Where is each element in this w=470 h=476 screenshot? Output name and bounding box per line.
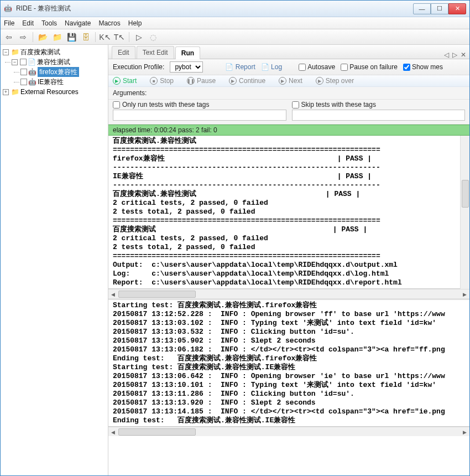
menu-macros[interactable]: Macros xyxy=(98,19,120,27)
menu-edit[interactable]: Edit xyxy=(22,19,34,27)
run-icon[interactable]: ▷ xyxy=(134,32,144,42)
exec-profile-label: Execution Profile: xyxy=(113,63,164,71)
window-title: RIDE - 兼容性测试 xyxy=(16,4,413,13)
menu-tools[interactable]: Tools xyxy=(41,19,57,27)
pause-on-failure-checkbox[interactable]: Pause on failure xyxy=(341,63,398,71)
tree-test-ie[interactable]: 🤖 IE兼容性 xyxy=(20,77,106,87)
tab-text-edit[interactable]: Text Edit xyxy=(137,46,174,59)
collapse-icon[interactable]: − xyxy=(12,59,18,65)
menu-file[interactable]: File xyxy=(4,19,14,27)
tab-close-icon[interactable]: ✕ xyxy=(461,51,466,59)
toolbar: ⇦ ⇨ 📂 📁 💾 🗄 K↖ T↖ ▷ ◌ xyxy=(1,29,469,45)
skip-tags-checkbox[interactable]: Skip tests with these tags xyxy=(292,101,466,108)
arguments-label: Arguments: xyxy=(108,87,469,100)
test-tree[interactable]: − 📁 百度搜索测试 − 📄 兼容性测试 xyxy=(1,45,108,475)
tab-prev-icon[interactable]: ◁ xyxy=(444,51,449,59)
keyword-search-icon[interactable]: K↖ xyxy=(100,32,110,42)
robot-icon: 🤖 xyxy=(28,77,36,87)
scroll-right-icon[interactable]: ▶ xyxy=(460,289,469,299)
tab-edit[interactable]: Edit xyxy=(112,46,135,59)
play-icon: ▶ xyxy=(113,77,121,85)
output-text: 百度搜索测试.兼容性测试============================… xyxy=(113,137,465,287)
next-icon: ▶ xyxy=(279,77,286,85)
message-log-text: Starting test: 百度搜索测试.兼容性测试.firefox兼容性20… xyxy=(113,301,465,425)
tree-root-suite[interactable]: − 📁 百度搜索测试 xyxy=(3,47,106,57)
scroll-right-icon[interactable]: ▶ xyxy=(460,427,469,437)
log-icon: 📄 xyxy=(261,63,269,71)
stop-icon: ■ xyxy=(150,77,158,85)
only-tags-input[interactable] xyxy=(113,110,286,121)
menubar: File Edit Tools Navigate Macros Help xyxy=(1,17,469,29)
test-checkbox[interactable] xyxy=(20,79,27,85)
only-tags-checkbox[interactable]: Only run tests with these tags xyxy=(113,101,286,108)
debug-icon[interactable]: ◌ xyxy=(148,32,158,42)
test-search-icon[interactable]: T↖ xyxy=(114,32,124,42)
horizontal-scrollbar[interactable]: ◀ ▶ xyxy=(108,289,469,298)
close-button[interactable]: ✕ xyxy=(448,3,466,14)
run-options-bar: Execution Profile: pybot 📄 Report 📄 Log … xyxy=(108,59,469,75)
report-button[interactable]: 📄 Report xyxy=(225,63,255,71)
stop-button[interactable]: ■Stop xyxy=(150,77,174,85)
message-log-panel[interactable]: Starting test: 百度搜索测试.兼容性测试.firefox兼容性20… xyxy=(108,300,469,427)
exec-profile-select[interactable]: pybot xyxy=(170,61,203,73)
back-icon[interactable]: ⇦ xyxy=(4,32,14,42)
autosave-checkbox[interactable]: Autosave xyxy=(299,63,335,71)
start-button[interactable]: ▶Start xyxy=(113,77,137,85)
tree-suite[interactable]: − 📄 兼容性测试 xyxy=(12,57,106,67)
open-icon[interactable]: 📂 xyxy=(38,32,48,42)
tree-test-firefox[interactable]: 🤖 firefox兼容性 xyxy=(20,67,106,77)
suite-checkbox[interactable] xyxy=(20,59,27,65)
menu-help[interactable]: Help xyxy=(128,19,142,27)
output-panel[interactable]: 百度搜索测试.兼容性测试============================… xyxy=(108,136,469,289)
run-control-bar: ▶Start ■Stop ❚❚Pause ▶Continue ▶Next ▶St… xyxy=(108,75,469,87)
folder-icon: 📁 xyxy=(11,87,19,97)
show-messages-checkbox[interactable]: Show mes xyxy=(403,63,443,71)
file-icon: 📄 xyxy=(28,57,36,67)
stepover-icon: ▶ xyxy=(316,77,323,85)
collapse-icon[interactable]: − xyxy=(3,49,9,55)
tab-run[interactable]: Run xyxy=(175,46,200,59)
folder-icon: 📁 xyxy=(11,47,19,57)
robot-icon: 🤖 xyxy=(28,67,36,77)
run-status-bar: elapsed time: 0:00:24 pass: 2 fail: 0 xyxy=(108,125,469,136)
editor-tabs: Edit Text Edit Run ◁ ▷ ✕ xyxy=(108,45,469,59)
stepover-button[interactable]: ▶Step over xyxy=(316,77,354,85)
log-button[interactable]: 📄 Log xyxy=(261,63,282,71)
pause-icon: ❚❚ xyxy=(187,77,195,85)
minimize-button[interactable]: — xyxy=(413,3,431,14)
forward-icon[interactable]: ⇨ xyxy=(18,32,28,42)
next-button[interactable]: ▶Next xyxy=(279,77,302,85)
skip-tags-input[interactable] xyxy=(292,110,466,121)
scroll-left-icon[interactable]: ◀ xyxy=(108,427,118,437)
folder-icon[interactable]: 📁 xyxy=(52,32,62,42)
saveall-icon[interactable]: 🗄 xyxy=(81,32,91,42)
horizontal-scrollbar[interactable]: ◀ ▶ xyxy=(108,427,469,436)
menu-navigate[interactable]: Navigate xyxy=(65,19,91,27)
app-icon: 🤖 xyxy=(4,4,13,13)
report-icon: 📄 xyxy=(225,63,233,71)
vertical-scrollbar[interactable] xyxy=(460,136,469,289)
continue-icon: ▶ xyxy=(229,77,237,85)
maximize-button[interactable]: ☐ xyxy=(431,3,448,14)
tree-external-resources[interactable]: + 📁 External Resources xyxy=(3,87,106,97)
app-window: 🤖 RIDE - 兼容性测试 — ☐ ✕ File Edit Tools Nav… xyxy=(0,0,470,476)
save-icon[interactable]: 💾 xyxy=(66,32,76,42)
pause-button[interactable]: ❚❚Pause xyxy=(187,77,216,85)
continue-button[interactable]: ▶Continue xyxy=(229,77,265,85)
test-checkbox[interactable] xyxy=(20,69,27,75)
titlebar: 🤖 RIDE - 兼容性测试 — ☐ ✕ xyxy=(1,1,469,17)
tab-next-icon[interactable]: ▷ xyxy=(452,51,457,59)
scroll-left-icon[interactable]: ◀ xyxy=(108,289,118,299)
expand-icon[interactable]: + xyxy=(3,89,9,95)
